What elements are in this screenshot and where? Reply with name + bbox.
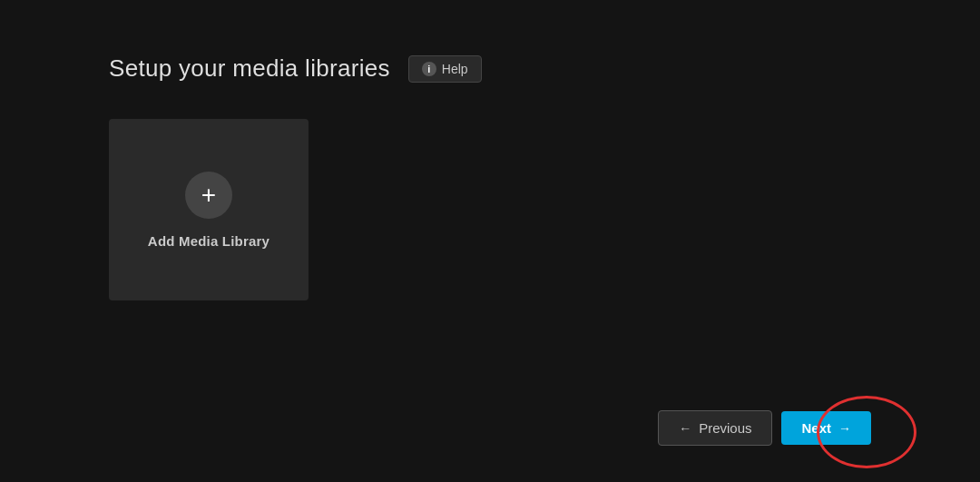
page-title: Setup your media libraries [109, 54, 390, 83]
footer-row: ← Previous Next → [109, 401, 871, 446]
next-button[interactable]: Next → [781, 411, 871, 445]
previous-button-label: Previous [699, 420, 751, 436]
add-media-library-card[interactable]: + Add Media Library [109, 119, 309, 300]
page-container: Setup your media libraries i Help + Add … [0, 0, 980, 482]
next-button-label: Next [801, 420, 831, 436]
previous-button[interactable]: ← Previous [658, 410, 772, 446]
arrow-right-icon: → [838, 421, 851, 436]
help-button[interactable]: i Help [408, 55, 482, 83]
header-row: Setup your media libraries i Help [109, 54, 871, 83]
add-library-label: Add Media Library [148, 233, 270, 249]
arrow-left-icon: ← [679, 421, 691, 436]
info-icon: i [422, 62, 436, 76]
help-button-label: Help [442, 62, 468, 76]
content-area: + Add Media Library [109, 119, 871, 401]
add-icon: + [185, 172, 232, 219]
